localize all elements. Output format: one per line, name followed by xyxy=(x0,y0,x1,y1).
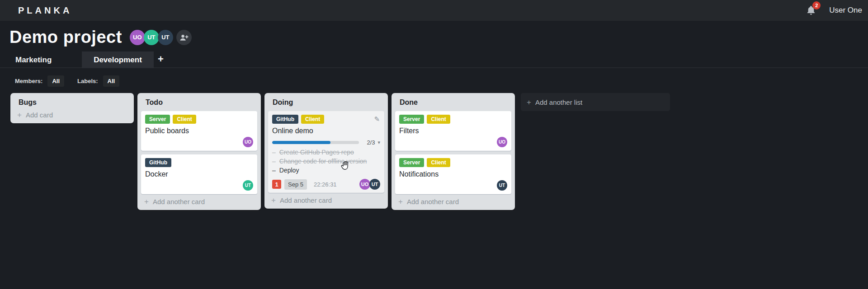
card-members: UO UT xyxy=(360,179,380,190)
plus-icon: + xyxy=(144,198,149,205)
avatar[interactable]: UO xyxy=(497,137,507,147)
card-title: Notifications xyxy=(399,170,507,178)
labels-filter-label: Labels: xyxy=(77,78,98,84)
plus-icon: + xyxy=(398,198,403,205)
plus-icon: + xyxy=(271,196,276,204)
card-footer: 1 Sep 5 22:26:31 UO UT xyxy=(272,179,380,190)
board: Bugs + Add card Todo Server Client Publi… xyxy=(0,87,868,210)
add-card-button[interactable]: + Add another card xyxy=(398,198,511,205)
members-filter-label: Members: xyxy=(15,78,42,84)
dash-icon: – xyxy=(272,149,276,156)
project-members: UO UT UT xyxy=(130,30,192,45)
card-public-boards[interactable]: Server Client Public boards UO xyxy=(141,111,257,151)
card-notification-badge: 1 xyxy=(272,180,281,189)
card-footer: UT xyxy=(399,180,507,191)
card-footer: UT xyxy=(145,180,253,191)
card-label[interactable]: Server xyxy=(145,115,170,124)
card-title: Docker xyxy=(145,170,253,178)
card-label[interactable]: Client xyxy=(427,158,450,167)
card-labels: GitHub xyxy=(145,158,253,167)
add-board-button[interactable]: + xyxy=(158,53,164,65)
avatar[interactable]: UT xyxy=(144,30,159,45)
add-card-button[interactable]: + Add card xyxy=(17,111,130,119)
add-card-label: Add card xyxy=(26,111,53,119)
add-member-button[interactable] xyxy=(176,30,192,45)
progress-count: 2/3 xyxy=(367,139,375,146)
card-docker[interactable]: GitHub Docker UT xyxy=(141,154,257,194)
add-card-button[interactable]: + Add another card xyxy=(144,198,257,205)
avatar[interactable]: UO xyxy=(130,30,145,45)
card-label[interactable]: Client xyxy=(301,115,324,124)
card-title: Public boards xyxy=(145,127,253,135)
card-label[interactable]: GitHub xyxy=(272,115,298,124)
avatar[interactable]: UO xyxy=(359,179,370,190)
card-filters[interactable]: Server Client Filters UO xyxy=(395,111,511,151)
labels-filter-value[interactable]: All xyxy=(103,75,120,87)
notifications-button[interactable]: 2 xyxy=(807,5,816,16)
edit-card-icon[interactable]: ✎ xyxy=(374,115,380,123)
card-label[interactable]: Client xyxy=(173,115,196,124)
plus-icon: + xyxy=(527,98,531,106)
task-text: Deploy xyxy=(279,167,299,174)
list-title[interactable]: Doing xyxy=(273,98,384,107)
tab-marketing[interactable]: Marketing xyxy=(15,56,52,65)
task-text: Create GitHub Pages repo xyxy=(279,149,354,156)
chevron-down-icon[interactable]: ▾ xyxy=(377,140,380,145)
filter-bar: Members: All Labels: All xyxy=(0,68,868,87)
avatar[interactable]: UT xyxy=(497,180,507,191)
task-item: – Create GitHub Pages repo xyxy=(272,149,380,156)
plus-icon: + xyxy=(17,111,22,119)
due-date-chip[interactable]: Sep 5 xyxy=(284,179,307,190)
app-logo[interactable]: PLANKA xyxy=(0,5,72,16)
tab-development[interactable]: Development xyxy=(82,51,154,68)
add-card-label: Add another card xyxy=(280,196,332,204)
timer-value[interactable]: 22:26:31 xyxy=(314,181,337,188)
progress-bar xyxy=(272,141,359,144)
list-title[interactable]: Bugs xyxy=(19,98,130,107)
list-todo: Todo Server Client Public boards UO GitH… xyxy=(137,93,261,210)
add-list-button[interactable]: + Add another list xyxy=(521,93,670,111)
avatar[interactable]: UT xyxy=(243,180,253,191)
add-member-icon xyxy=(179,33,189,42)
topbar: PLANKA 2 User One xyxy=(0,0,868,21)
card-footer: UO xyxy=(399,136,507,148)
dash-icon: – xyxy=(272,158,276,165)
list-title[interactable]: Todo xyxy=(146,98,257,107)
progress-fill xyxy=(272,141,330,144)
tasks-progress: 2/3 ▾ xyxy=(272,139,380,146)
add-card-label: Add another card xyxy=(407,198,459,205)
board-tabs: Marketing Development + xyxy=(0,51,868,68)
card-label[interactable]: Client xyxy=(427,115,450,124)
list-doing: Doing ✎ GitHub Client Online demo 2/3 ▾ … xyxy=(264,93,388,209)
card-label[interactable]: GitHub xyxy=(145,158,171,167)
avatar[interactable]: UT xyxy=(158,30,173,45)
card-footer: UO xyxy=(145,136,253,148)
project-header: Demo project UO UT UT xyxy=(0,21,868,48)
card-labels: Server Client xyxy=(145,115,253,124)
card-notifications[interactable]: Server Client Notifications UT xyxy=(395,154,511,194)
project-title[interactable]: Demo project xyxy=(9,28,122,47)
card-title: Filters xyxy=(399,127,507,135)
card-online-demo[interactable]: ✎ GitHub Client Online demo 2/3 ▾ – Crea… xyxy=(268,111,384,193)
avatar[interactable]: UO xyxy=(243,137,253,147)
user-menu[interactable]: User One xyxy=(829,6,862,15)
card-label[interactable]: Server xyxy=(399,115,424,124)
members-filter-value[interactable]: All xyxy=(47,75,64,87)
notification-badge: 2 xyxy=(812,1,821,9)
task-text: Change code for offline version xyxy=(279,158,367,165)
list-title[interactable]: Done xyxy=(400,98,511,107)
add-card-button[interactable]: + Add another card xyxy=(271,196,384,204)
card-title: Online demo xyxy=(272,127,380,135)
add-list-label: Add another list xyxy=(535,98,582,106)
card-labels: GitHub Client xyxy=(272,115,380,124)
list-done: Done Server Client Filters UO Server Cli… xyxy=(392,93,515,210)
dash-icon: – xyxy=(272,167,276,174)
list-bugs: Bugs + Add card xyxy=(10,93,134,123)
card-labels: Server Client xyxy=(399,115,507,124)
card-label[interactable]: Server xyxy=(399,158,424,167)
task-item: – Change code for offline version xyxy=(272,158,380,165)
card-labels: Server Client xyxy=(399,158,507,167)
task-item: – Deploy xyxy=(272,167,380,174)
avatar[interactable]: UT xyxy=(369,179,380,190)
topbar-right: 2 User One xyxy=(807,5,868,16)
